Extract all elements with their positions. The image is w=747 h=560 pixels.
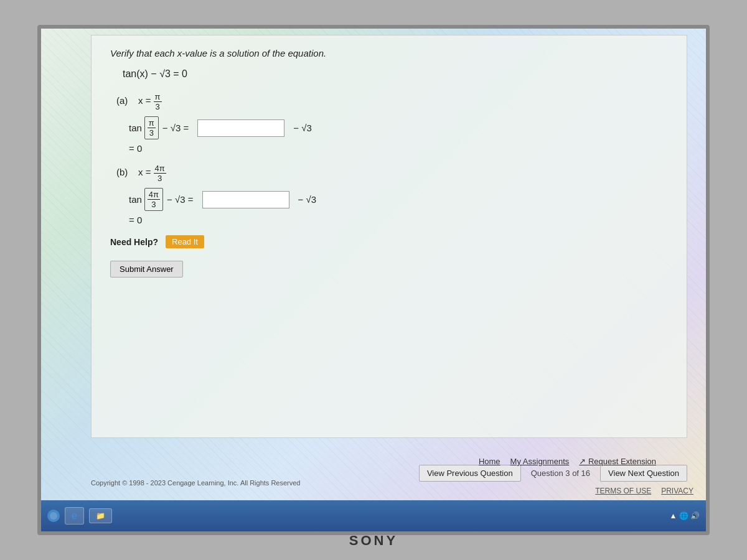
footer-links-row: TERMS OF USE PRIVACY (595, 487, 693, 495)
part-b-result: = 0 (129, 215, 668, 225)
submit-row: Submit Answer (110, 261, 668, 278)
taskbar-clock: ▲ 🌐 🔊 (669, 511, 700, 520)
content-panel: Verify that each x-value is a solution o… (91, 35, 687, 438)
question-counter: Question 3 of 16 (526, 469, 595, 478)
part-b-input[interactable] (202, 191, 289, 208)
home-link[interactable]: Home (479, 457, 500, 466)
part-a-label: (a) x = π3 (116, 92, 668, 111)
taskbar-start-orb[interactable] (47, 510, 60, 522)
read-it-button[interactable]: Read It (166, 235, 204, 248)
part-a-equation-line: tan π 3 − √3 = − √3 (129, 116, 668, 139)
my-assignments-link[interactable]: My Assignments (510, 457, 570, 466)
main-equation: tan(x) − √3 = 0 (123, 68, 668, 80)
privacy-link[interactable]: PRIVACY (661, 487, 693, 495)
need-help-label: Need Help? (110, 237, 158, 247)
svg-point-0 (50, 512, 57, 520)
part-b-section: (b) x = 4π3 tan 4π 3 − √3 = − √3 = 0 (110, 164, 668, 225)
part-b-label: (b) x = 4π3 (116, 164, 668, 183)
taskbar-file-manager[interactable]: 📁 (89, 508, 112, 523)
taskbar-internet-explorer[interactable]: e (65, 507, 84, 525)
need-help-row: Need Help? Read It (110, 235, 668, 248)
part-b-equation-line: tan 4π 3 − √3 = − √3 (129, 188, 668, 211)
terms-link[interactable]: TERMS OF USE (595, 487, 651, 495)
sony-logo: SONY (349, 533, 398, 549)
part-a-input[interactable] (197, 119, 284, 137)
ie-icon: e (72, 510, 77, 521)
view-next-question-button[interactable]: View Next Question (600, 465, 687, 482)
folder-icon: 📁 (96, 511, 105, 520)
copyright-text: Copyright © 1998 - 2023 Cengage Learning… (91, 479, 519, 487)
submit-answer-button[interactable]: Submit Answer (110, 261, 183, 278)
taskbar: e 📁 ▲ 🌐 🔊 (41, 500, 706, 531)
request-extension-link[interactable]: ↗ Request Extension (579, 457, 656, 466)
part-a-section: (a) x = π3 tan π 3 − √3 = − √3 = 0 (110, 92, 668, 154)
part-a-result: = 0 (129, 143, 668, 154)
home-links-row: Home My Assignments ↗ Request Extension (479, 457, 656, 466)
problem-instruction: Verify that each x-value is a solution o… (110, 48, 668, 58)
